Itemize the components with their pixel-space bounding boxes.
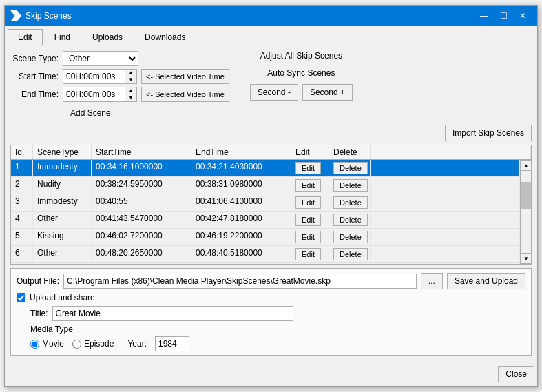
tab-bar: Edit Find Uploads Downloads bbox=[5, 26, 537, 45]
tab-edit[interactable]: Edit bbox=[8, 29, 43, 45]
cell-end: 00:41:06.4100000 bbox=[191, 194, 291, 211]
output-label: Output File: bbox=[17, 276, 59, 286]
cell-id: 6 bbox=[11, 246, 33, 262]
end-time-input[interactable] bbox=[63, 87, 125, 102]
close-window-button[interactable]: ✕ bbox=[514, 9, 532, 23]
edit-row-button[interactable]: Edit bbox=[295, 248, 321, 260]
scene-type-row: Scene Type: Other Immodesty Nudity Kissi… bbox=[10, 51, 229, 66]
cell-rest bbox=[371, 212, 520, 228]
footer: Close bbox=[5, 362, 537, 386]
window-controls: — ☐ ✕ bbox=[475, 9, 532, 23]
cell-delete: Delete bbox=[329, 263, 371, 264]
title-label: Title: bbox=[30, 309, 48, 318]
delete-row-button[interactable]: Delete bbox=[333, 214, 368, 226]
cell-type: Kissing bbox=[33, 229, 92, 245]
window-title: Skip Scenes bbox=[25, 11, 475, 21]
main-window: Skip Scenes — ☐ ✕ Edit Find Uploads Down… bbox=[4, 5, 538, 387]
end-selected-video-btn[interactable]: <- Selected Video Time bbox=[141, 87, 229, 102]
delete-row-button[interactable]: Delete bbox=[333, 248, 368, 260]
scene-type-select[interactable]: Other Immodesty Nudity Kissing bbox=[63, 51, 138, 66]
cell-end: 00:38:31.0980000 bbox=[191, 177, 291, 194]
media-type-label: Media Type bbox=[30, 324, 525, 334]
table-row[interactable]: 4 Other 00:41:43.5470000 00:42:47.818000… bbox=[11, 212, 520, 229]
episode-label[interactable]: Episode bbox=[84, 339, 114, 349]
cell-rest bbox=[371, 177, 520, 194]
table-row[interactable]: 6 Other 00:48:20.2650000 00:48:40.518000… bbox=[11, 246, 520, 263]
table-row[interactable]: 7 Nudity 00:49:11.2820000 00:49:14.28000… bbox=[11, 263, 520, 264]
title-row: Title: bbox=[30, 306, 525, 321]
cell-start: 00:48:20.2650000 bbox=[92, 246, 191, 262]
browse-button[interactable]: ... bbox=[421, 273, 443, 289]
delete-row-button[interactable]: Delete bbox=[333, 179, 368, 192]
cell-type: Nudity bbox=[33, 263, 92, 264]
tab-downloads[interactable]: Downloads bbox=[134, 29, 196, 45]
episode-radio[interactable] bbox=[72, 340, 81, 349]
start-time-input[interactable] bbox=[63, 69, 125, 84]
year-input[interactable] bbox=[155, 336, 189, 351]
cell-end: 00:46:19.2200000 bbox=[191, 229, 291, 245]
start-time-up[interactable]: ▲ bbox=[125, 70, 136, 76]
cell-delete: Delete bbox=[329, 246, 371, 262]
table-scroll[interactable]: 1 Immodesty 00:34:16.1000000 00:34:21.40… bbox=[11, 160, 520, 264]
add-scene-button[interactable]: Add Scene bbox=[63, 105, 118, 121]
tab-uploads[interactable]: Uploads bbox=[82, 29, 133, 45]
end-time-up[interactable]: ▲ bbox=[125, 87, 136, 94]
import-row: Import Skip Scenes bbox=[10, 125, 532, 141]
cell-rest bbox=[371, 229, 520, 245]
scroll-up-arrow[interactable]: ▲ bbox=[521, 160, 531, 171]
delete-row-button[interactable]: Delete bbox=[333, 162, 368, 174]
cell-type: Other bbox=[33, 212, 92, 228]
cell-end: 00:34:21.4030000 bbox=[191, 160, 291, 176]
upload-checkbox[interactable] bbox=[17, 293, 25, 302]
cell-start: 00:46:02.7200000 bbox=[92, 229, 191, 245]
table-row[interactable]: 3 Immodesty 00:40:55 00:41:06.4100000 Ed… bbox=[11, 194, 520, 212]
upload-label[interactable]: Upload and share bbox=[30, 293, 95, 302]
cell-delete: Delete bbox=[329, 177, 371, 194]
delete-row-button[interactable]: Delete bbox=[333, 196, 368, 209]
scene-type-label: Scene Type: bbox=[10, 54, 59, 63]
edit-row-button[interactable]: Edit bbox=[295, 162, 321, 174]
end-time-down[interactable]: ▼ bbox=[125, 94, 136, 101]
title-input[interactable] bbox=[52, 306, 293, 321]
table-row[interactable]: 2 Nudity 00:38:24.5950000 00:38:31.09800… bbox=[11, 177, 520, 194]
edit-row-button[interactable]: Edit bbox=[295, 231, 321, 243]
cell-rest bbox=[371, 160, 520, 176]
media-section: Media Type Movie Episode Year: bbox=[30, 324, 525, 351]
cell-type: Immodesty bbox=[33, 160, 92, 176]
main-content: Scene Type: Other Immodesty Nudity Kissi… bbox=[5, 45, 537, 362]
second-minus-button[interactable]: Second - bbox=[250, 84, 298, 101]
scroll-down-arrow[interactable]: ▼ bbox=[521, 253, 531, 264]
output-file-input[interactable] bbox=[63, 274, 417, 289]
second-plus-button[interactable]: Second + bbox=[302, 84, 353, 101]
delete-row-button[interactable]: Delete bbox=[333, 231, 368, 243]
import-button[interactable]: Import Skip Scenes bbox=[445, 125, 532, 141]
start-time-down[interactable]: ▼ bbox=[125, 76, 136, 83]
cell-type: Other bbox=[33, 246, 92, 262]
edit-row-button[interactable]: Edit bbox=[295, 196, 321, 209]
scenes-table: Id SceneType StartTime EndTime Edit Dele… bbox=[10, 145, 532, 265]
cell-id: 1 bbox=[11, 160, 33, 176]
table-row[interactable]: 1 Immodesty 00:34:16.1000000 00:34:21.40… bbox=[11, 160, 520, 177]
end-time-label: End Time: bbox=[10, 90, 59, 99]
auto-sync-button[interactable]: Auto Sync Scenes bbox=[260, 65, 342, 81]
cell-edit: Edit bbox=[291, 246, 329, 262]
edit-row-button[interactable]: Edit bbox=[295, 179, 321, 192]
cell-delete: Delete bbox=[329, 194, 371, 211]
movie-label[interactable]: Movie bbox=[42, 339, 64, 349]
episode-radio-item: Episode bbox=[72, 339, 114, 349]
edit-row-button[interactable]: Edit bbox=[295, 214, 321, 226]
start-selected-video-btn[interactable]: <- Selected Video Time bbox=[141, 69, 229, 84]
maximize-button[interactable]: ☐ bbox=[494, 9, 512, 23]
close-button[interactable]: Close bbox=[498, 366, 534, 382]
start-time-row: Start Time: ▲ ▼ <- Selected Video Time bbox=[10, 69, 229, 84]
minimize-button[interactable]: — bbox=[475, 9, 493, 23]
col-start-header: StartTime bbox=[92, 145, 191, 159]
movie-radio[interactable] bbox=[30, 340, 39, 349]
app-icon bbox=[10, 10, 21, 21]
scroll-thumb bbox=[521, 182, 531, 209]
col-type-header: SceneType bbox=[33, 145, 92, 159]
save-upload-button[interactable]: Save and Upload bbox=[447, 273, 525, 289]
cell-id: 7 bbox=[11, 263, 33, 264]
tab-find[interactable]: Find bbox=[44, 29, 81, 45]
table-row[interactable]: 5 Kissing 00:46:02.7200000 00:46:19.2200… bbox=[11, 229, 520, 246]
